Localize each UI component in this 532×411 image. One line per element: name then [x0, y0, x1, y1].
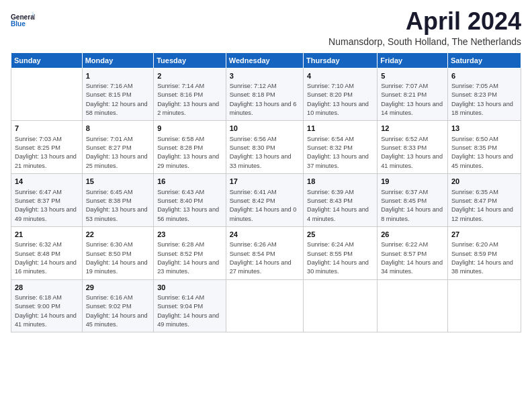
cell-info: Sunrise: 6:20 AMSunset: 8:59 PMDaylight:…	[451, 240, 517, 276]
svg-text:General: General	[11, 13, 35, 21]
calendar-cell: 17Sunrise: 6:41 AMSunset: 8:42 PMDayligh…	[226, 174, 303, 227]
day-header-saturday: Saturday	[447, 52, 521, 68]
cell-info: Sunrise: 6:47 AMSunset: 8:37 PMDaylight:…	[15, 188, 79, 224]
cell-info: Sunrise: 6:58 AMSunset: 8:28 PMDaylight:…	[157, 135, 222, 171]
cell-info: Sunrise: 6:28 AMSunset: 8:52 PMDaylight:…	[157, 240, 222, 276]
calendar-cell: 20Sunrise: 6:35 AMSunset: 8:47 PMDayligh…	[447, 174, 521, 227]
logo-svg: General Blue	[11, 8, 35, 32]
calendar-cell: 29Sunrise: 6:16 AMSunset: 9:02 PMDayligh…	[82, 279, 154, 332]
day-number: 9	[157, 124, 222, 134]
day-number: 26	[381, 230, 444, 240]
cell-info: Sunrise: 6:30 AMSunset: 8:50 PMDaylight:…	[86, 240, 150, 276]
cell-info: Sunrise: 7:16 AMSunset: 8:15 PMDaylight:…	[86, 82, 150, 118]
header: General Blue April 2024 Numansdorp, Sout…	[11, 8, 521, 47]
days-header-row: SundayMondayTuesdayWednesdayThursdayFrid…	[11, 52, 521, 68]
calendar-cell: 24Sunrise: 6:26 AMSunset: 8:54 PMDayligh…	[226, 226, 303, 279]
calendar-cell: 30Sunrise: 6:14 AMSunset: 9:04 PMDayligh…	[154, 279, 226, 332]
cell-info: Sunrise: 7:14 AMSunset: 8:16 PMDaylight:…	[157, 82, 222, 118]
calendar-cell: 19Sunrise: 6:37 AMSunset: 8:45 PMDayligh…	[378, 174, 448, 227]
calendar-subtitle: Numansdorp, South Holland, The Netherlan…	[328, 36, 521, 47]
calendar-cell	[226, 279, 303, 332]
day-number: 19	[381, 177, 444, 187]
calendar-cell: 28Sunrise: 6:18 AMSunset: 9:00 PMDayligh…	[11, 279, 83, 332]
calendar-cell: 14Sunrise: 6:47 AMSunset: 8:37 PMDayligh…	[11, 174, 83, 227]
calendar-cell: 7Sunrise: 7:03 AMSunset: 8:25 PMDaylight…	[11, 121, 83, 174]
day-number: 23	[157, 230, 222, 240]
cell-info: Sunrise: 6:39 AMSunset: 8:43 PMDaylight:…	[307, 188, 373, 224]
day-number: 14	[15, 177, 79, 187]
calendar-cell	[304, 279, 378, 332]
cell-info: Sunrise: 6:18 AMSunset: 9:00 PMDaylight:…	[15, 293, 79, 329]
day-number: 10	[230, 124, 300, 134]
calendar-cell: 3Sunrise: 7:12 AMSunset: 8:18 PMDaylight…	[226, 68, 303, 121]
cell-info: Sunrise: 6:24 AMSunset: 8:55 PMDaylight:…	[307, 240, 373, 276]
logo: General Blue	[11, 8, 35, 32]
calendar-page: General Blue April 2024 Numansdorp, Sout…	[0, 0, 532, 411]
cell-info: Sunrise: 6:16 AMSunset: 9:02 PMDaylight:…	[86, 293, 150, 329]
cell-info: Sunrise: 6:56 AMSunset: 8:30 PMDaylight:…	[230, 135, 300, 171]
day-number: 15	[86, 177, 150, 187]
cell-info: Sunrise: 6:45 AMSunset: 8:38 PMDaylight:…	[86, 188, 150, 224]
cell-info: Sunrise: 7:07 AMSunset: 8:21 PMDaylight:…	[381, 82, 444, 118]
cell-info: Sunrise: 7:03 AMSunset: 8:25 PMDaylight:…	[15, 135, 79, 171]
cell-info: Sunrise: 6:43 AMSunset: 8:40 PMDaylight:…	[157, 188, 222, 224]
week-row-2: 7Sunrise: 7:03 AMSunset: 8:25 PMDaylight…	[11, 121, 521, 174]
calendar-title: April 2024	[328, 8, 521, 35]
week-row-5: 28Sunrise: 6:18 AMSunset: 9:00 PMDayligh…	[11, 279, 521, 332]
cell-info: Sunrise: 6:32 AMSunset: 8:48 PMDaylight:…	[15, 240, 79, 276]
day-number: 1	[86, 71, 150, 81]
day-number: 29	[86, 283, 150, 293]
day-header-tuesday: Tuesday	[154, 52, 226, 68]
day-number: 27	[451, 230, 517, 240]
day-header-monday: Monday	[82, 52, 154, 68]
cell-info: Sunrise: 6:41 AMSunset: 8:42 PMDaylight:…	[230, 188, 300, 224]
svg-text:Blue: Blue	[11, 20, 26, 28]
calendar-cell	[447, 279, 521, 332]
day-number: 25	[307, 230, 373, 240]
calendar-cell: 18Sunrise: 6:39 AMSunset: 8:43 PMDayligh…	[304, 174, 378, 227]
calendar-cell: 9Sunrise: 6:58 AMSunset: 8:28 PMDaylight…	[154, 121, 226, 174]
calendar-cell: 12Sunrise: 6:52 AMSunset: 8:33 PMDayligh…	[378, 121, 448, 174]
day-number: 13	[451, 124, 517, 134]
day-number: 5	[381, 71, 444, 81]
cell-info: Sunrise: 6:50 AMSunset: 8:35 PMDaylight:…	[451, 135, 517, 171]
calendar-cell: 23Sunrise: 6:28 AMSunset: 8:52 PMDayligh…	[154, 226, 226, 279]
day-number: 20	[451, 177, 517, 187]
day-number: 30	[157, 283, 222, 293]
calendar-cell: 10Sunrise: 6:56 AMSunset: 8:30 PMDayligh…	[226, 121, 303, 174]
day-number: 22	[86, 230, 150, 240]
calendar-cell	[378, 279, 448, 332]
day-number: 18	[307, 177, 373, 187]
cell-info: Sunrise: 7:12 AMSunset: 8:18 PMDaylight:…	[230, 82, 300, 118]
calendar-cell: 15Sunrise: 6:45 AMSunset: 8:38 PMDayligh…	[82, 174, 154, 227]
week-row-4: 21Sunrise: 6:32 AMSunset: 8:48 PMDayligh…	[11, 226, 521, 279]
cell-info: Sunrise: 6:52 AMSunset: 8:33 PMDaylight:…	[381, 135, 444, 171]
calendar-cell: 4Sunrise: 7:10 AMSunset: 8:20 PMDaylight…	[304, 68, 378, 121]
day-number: 7	[15, 124, 79, 134]
cell-info: Sunrise: 6:14 AMSunset: 9:04 PMDaylight:…	[157, 293, 222, 329]
day-header-wednesday: Wednesday	[226, 52, 303, 68]
title-block: April 2024 Numansdorp, South Holland, Th…	[328, 8, 521, 47]
cell-info: Sunrise: 7:01 AMSunset: 8:27 PMDaylight:…	[86, 135, 150, 171]
week-row-1: 1Sunrise: 7:16 AMSunset: 8:15 PMDaylight…	[11, 68, 521, 121]
day-number: 6	[451, 71, 517, 81]
cell-info: Sunrise: 6:22 AMSunset: 8:57 PMDaylight:…	[381, 240, 444, 276]
calendar-cell: 11Sunrise: 6:54 AMSunset: 8:32 PMDayligh…	[304, 121, 378, 174]
calendar-cell: 25Sunrise: 6:24 AMSunset: 8:55 PMDayligh…	[304, 226, 378, 279]
calendar-table: SundayMondayTuesdayWednesdayThursdayFrid…	[11, 52, 521, 333]
calendar-cell	[11, 68, 83, 121]
cell-info: Sunrise: 6:35 AMSunset: 8:47 PMDaylight:…	[451, 188, 517, 224]
day-number: 28	[15, 283, 79, 293]
day-header-sunday: Sunday	[11, 52, 83, 68]
cell-info: Sunrise: 6:26 AMSunset: 8:54 PMDaylight:…	[230, 240, 300, 276]
week-row-3: 14Sunrise: 6:47 AMSunset: 8:37 PMDayligh…	[11, 174, 521, 227]
day-number: 12	[381, 124, 444, 134]
calendar-cell: 26Sunrise: 6:22 AMSunset: 8:57 PMDayligh…	[378, 226, 448, 279]
calendar-cell: 27Sunrise: 6:20 AMSunset: 8:59 PMDayligh…	[447, 226, 521, 279]
day-number: 3	[230, 71, 300, 81]
day-number: 11	[307, 124, 373, 134]
calendar-cell: 22Sunrise: 6:30 AMSunset: 8:50 PMDayligh…	[82, 226, 154, 279]
day-number: 24	[230, 230, 300, 240]
cell-info: Sunrise: 6:54 AMSunset: 8:32 PMDaylight:…	[307, 135, 373, 171]
day-number: 16	[157, 177, 222, 187]
